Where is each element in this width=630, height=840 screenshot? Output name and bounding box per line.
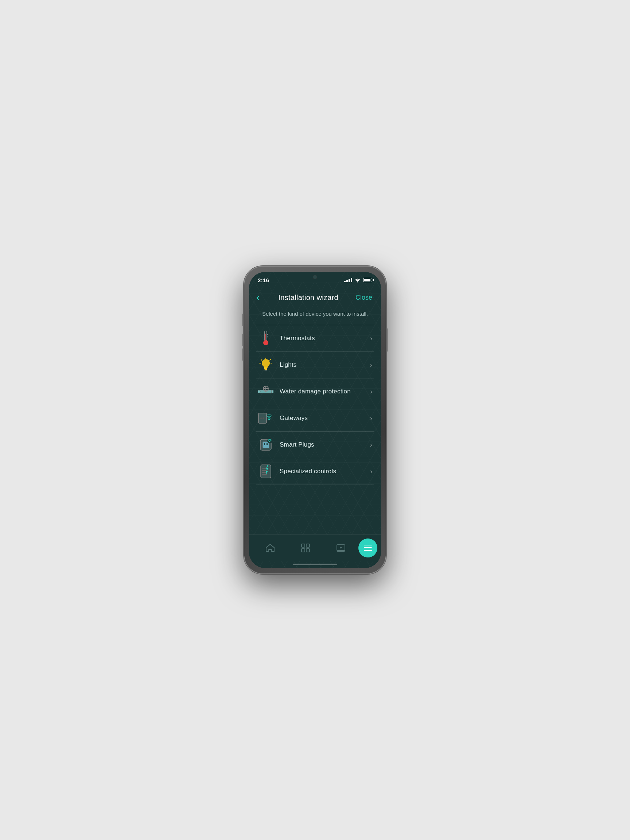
device-label-specialized: Specialized controls (279, 468, 364, 475)
wifi-icon (354, 278, 361, 283)
home-indicator (249, 561, 381, 568)
chevron-right-icon: › (370, 415, 372, 422)
svg-rect-37 (306, 544, 309, 547)
svg-rect-18 (265, 390, 267, 392)
svg-point-20 (271, 390, 273, 393)
page-title: Installation wizard (278, 294, 338, 302)
chevron-right-icon: › (370, 388, 372, 396)
svg-rect-36 (302, 544, 305, 547)
svg-rect-38 (302, 549, 305, 552)
device-label-gateways: Gateways (279, 415, 364, 422)
phone-wrapper: 2:16 ‹ (244, 266, 386, 574)
svg-line-10 (261, 360, 262, 360)
tab-home[interactable] (253, 540, 288, 556)
thermostat-svg-icon (262, 331, 269, 346)
lights-svg-icon (259, 358, 272, 372)
status-icons (344, 278, 372, 283)
list-item[interactable]: Specialized controls › (256, 458, 374, 485)
tab-bar (249, 534, 381, 561)
svg-rect-34 (262, 472, 266, 473)
svg-rect-28 (267, 443, 268, 445)
svg-rect-1 (265, 333, 266, 340)
svg-rect-8 (265, 370, 267, 370)
device-label-thermostats: Thermostats (279, 335, 364, 342)
content-area: Select the kind of device you want to in… (249, 310, 381, 534)
close-button[interactable]: Close (354, 292, 374, 303)
svg-rect-27 (264, 443, 265, 445)
svg-rect-33 (262, 470, 267, 471)
status-time: 2:16 (258, 277, 269, 283)
svg-point-24 (268, 419, 270, 420)
specialized-svg-icon (260, 464, 272, 479)
list-item[interactable]: Gateways › (256, 405, 374, 432)
svg-point-22 (260, 417, 262, 419)
device-label-water: Water damage protection (279, 388, 364, 395)
gateway-svg-icon (258, 412, 274, 425)
svg-line-11 (270, 360, 270, 360)
valve-icon (258, 384, 274, 399)
lightbulb-icon (258, 357, 274, 373)
media-icon (336, 543, 346, 553)
chevron-right-icon: › (370, 468, 372, 475)
plug-icon (258, 437, 274, 453)
camera-dot (313, 275, 317, 279)
grid-icon (300, 543, 311, 553)
list-item[interactable]: Water damage protection › (256, 379, 374, 405)
device-label-smart-plugs: Smart Plugs (279, 441, 364, 448)
chevron-right-icon: › (370, 361, 372, 369)
svg-point-6 (262, 359, 270, 367)
nav-header: ‹ Installation wizard Close (249, 288, 381, 310)
svg-rect-32 (262, 468, 267, 469)
water-svg-icon (258, 386, 273, 397)
battery-icon (363, 278, 372, 282)
hamburger-icon (364, 545, 372, 551)
svg-point-2 (263, 340, 268, 345)
device-list: Thermostats › (256, 325, 374, 485)
device-label-lights: Lights (279, 361, 364, 369)
svg-point-23 (262, 417, 264, 419)
back-button[interactable]: ‹ (256, 291, 262, 304)
svg-rect-7 (264, 369, 267, 369)
chevron-right-icon: › (370, 335, 372, 343)
gateway-icon (258, 410, 274, 426)
svg-rect-35 (262, 474, 267, 475)
menu-button[interactable] (358, 538, 377, 557)
smartplug-svg-icon (259, 438, 273, 452)
page-subtitle: Select the kind of device you want to in… (256, 310, 374, 317)
thermometer-icon (258, 330, 274, 346)
chevron-right-icon: › (370, 441, 372, 449)
specialized-icon (258, 463, 274, 479)
phone-screen: 2:16 ‹ (249, 272, 381, 568)
signal-icon (344, 278, 352, 282)
home-icon (265, 543, 275, 553)
list-item[interactable]: Lights › (256, 352, 374, 379)
list-item[interactable]: Thermostats › (256, 325, 374, 352)
list-item[interactable]: Smart Plugs › (256, 432, 374, 458)
tab-media[interactable] (323, 540, 358, 556)
svg-rect-39 (306, 549, 309, 552)
phone-shell: 2:16 ‹ (244, 266, 386, 574)
svg-point-19 (258, 390, 260, 393)
tab-grid[interactable] (288, 540, 324, 556)
svg-point-30 (269, 441, 270, 442)
svg-marker-41 (340, 546, 343, 549)
notch (287, 272, 343, 282)
